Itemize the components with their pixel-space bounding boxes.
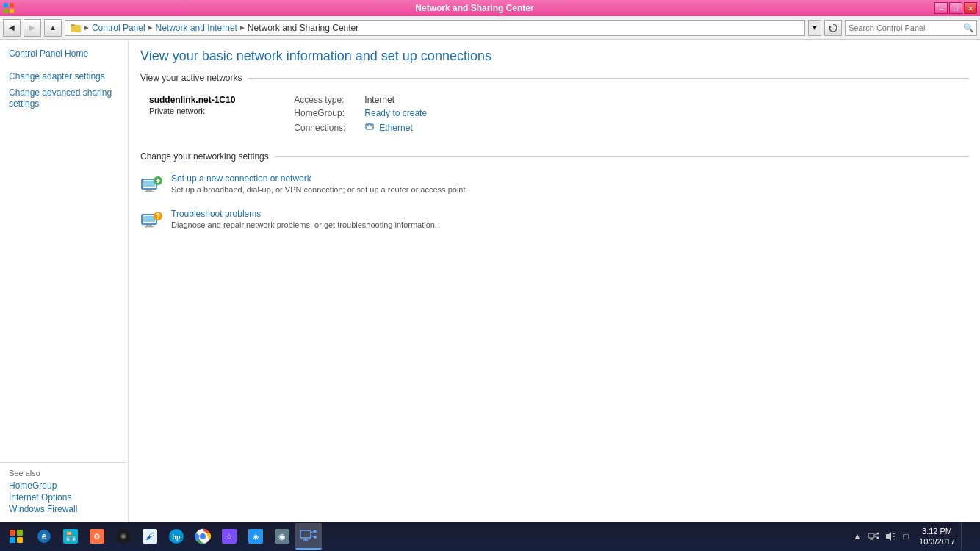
- troubleshoot-icon: ?: [140, 209, 164, 232]
- taskbar-network-center[interactable]: [295, 523, 322, 550]
- tray-action-center[interactable]: □: [898, 522, 913, 550]
- breadcrumb-sep-1: ►: [83, 24, 90, 32]
- address-bar: ◀ ▶ ▲ ► Control Panel ► Network and Inte…: [0, 16, 980, 40]
- homegroup-label: HomeGroup:: [294, 108, 360, 118]
- svg-point-51: [314, 536, 317, 539]
- svg-rect-7: [366, 124, 373, 129]
- taskbar-paint[interactable]: 🖌: [137, 523, 163, 550]
- breadcrumb-sep-2: ►: [147, 24, 154, 32]
- svg-point-32: [122, 535, 125, 538]
- svg-rect-52: [868, 533, 874, 538]
- svg-text:🖌: 🖌: [145, 531, 154, 541]
- start-button[interactable]: [1, 522, 31, 550]
- minimize-button[interactable]: –: [934, 2, 948, 14]
- svg-rect-13: [146, 190, 152, 191]
- breadcrumb-network-internet[interactable]: Network and Internet: [156, 23, 237, 33]
- svg-line-62: [893, 539, 895, 539]
- show-desktop[interactable]: [961, 522, 976, 550]
- troubleshoot-link[interactable]: Troubleshoot problems: [171, 209, 437, 219]
- close-button[interactable]: ✕: [964, 2, 977, 14]
- taskbar-app3[interactable]: ⚙: [84, 523, 110, 550]
- ethernet-link[interactable]: Ethernet: [379, 123, 412, 133]
- svg-line-60: [893, 533, 895, 534]
- taskbar-ie[interactable]: e: [31, 523, 57, 550]
- back-button[interactable]: ◀: [3, 19, 21, 37]
- forward-button[interactable]: ▶: [24, 19, 41, 37]
- search-button[interactable]: 🔍: [960, 20, 976, 36]
- see-also-section: See also HomeGroup Internet Options Wind…: [0, 462, 129, 522]
- svg-rect-2: [4, 9, 8, 13]
- svg-rect-1: [10, 3, 14, 7]
- active-networks-header: View your active networks: [140, 73, 968, 83]
- svg-rect-3: [10, 9, 14, 13]
- sidebar-divider: [0, 62, 128, 68]
- search-input[interactable]: [846, 24, 960, 32]
- taskbar: e 🏪 ⚙ 🖌 hp: [0, 522, 980, 551]
- windows-firewall-link[interactable]: Windows Firewall: [9, 504, 120, 514]
- breadcrumb-dropdown[interactable]: ▼: [808, 20, 821, 36]
- svg-marker-59: [886, 532, 891, 541]
- taskbar-hp[interactable]: hp: [163, 523, 190, 550]
- connections-row: Connections: Ethernet: [294, 121, 427, 134]
- see-also-title: See also: [9, 469, 120, 478]
- sidebar-item-change-advanced-sharing[interactable]: Change advanced sharing settings: [0, 85, 128, 113]
- internet-options-link[interactable]: Internet Options: [9, 492, 120, 503]
- task-setup-connection: Set up a new connection or network Set u…: [140, 168, 968, 203]
- sidebar-item-control-panel-home[interactable]: Control Panel Home: [0, 46, 128, 62]
- taskbar-store[interactable]: 🏪: [57, 523, 84, 550]
- refresh-button[interactable]: [824, 20, 842, 36]
- svg-rect-19: [143, 216, 155, 222]
- change-settings-section: Change your networking settings: [140, 151, 968, 238]
- sidebar-item-change-adapter[interactable]: Change adapter settings: [0, 68, 128, 85]
- breadcrumb-sep-3: ►: [239, 24, 246, 32]
- taskbar-chrome[interactable]: [190, 523, 216, 550]
- homegroup-value-link[interactable]: Ready to create: [364, 108, 427, 118]
- title-bar: Network and Sharing Center – □ ✕: [0, 0, 980, 16]
- search-box[interactable]: 🔍: [845, 20, 977, 36]
- setup-connection-link[interactable]: Set up a new connection or network: [171, 173, 468, 184]
- taskbar-app9[interactable]: ◈: [242, 523, 269, 550]
- network-details: Access type: Internet HomeGroup: Ready t…: [294, 95, 427, 134]
- clock-time: 3:12 PM: [919, 526, 955, 536]
- taskbar-app10[interactable]: ◉: [269, 523, 295, 550]
- tray-network-icon[interactable]: [866, 522, 881, 550]
- svg-rect-5: [71, 24, 75, 26]
- svg-text:⚙: ⚙: [93, 532, 101, 541]
- tray-volume-icon[interactable]: [882, 522, 897, 550]
- clock-date: 10/3/2017: [919, 536, 955, 547]
- setup-connection-icon: [140, 173, 164, 197]
- access-type-label: Access type:: [294, 95, 360, 105]
- svg-marker-6: [829, 26, 832, 29]
- network-type: Private network: [149, 107, 235, 115]
- change-settings-header: Change your networking settings: [140, 151, 968, 162]
- refresh-icon: [828, 23, 838, 33]
- troubleshoot-desc: Diagnose and repair network problems, or…: [171, 220, 437, 229]
- taskbar-app8[interactable]: ☆: [216, 523, 242, 550]
- breadcrumb-control-panel[interactable]: Control Panel: [92, 23, 145, 33]
- taskbar-media[interactable]: [110, 523, 137, 550]
- up-button[interactable]: ▲: [44, 19, 62, 37]
- network-name: suddenlink.net-1C10: [149, 95, 235, 105]
- access-type-value: Internet: [364, 95, 394, 105]
- svg-text:hp: hp: [173, 533, 181, 541]
- system-tray: ▲ □ 3:12 PM 10/3/2017: [847, 522, 979, 550]
- troubleshoot-text: Troubleshoot problems Diagnose and repai…: [171, 209, 437, 229]
- svg-text:☆: ☆: [226, 532, 233, 541]
- svg-text:◈: ◈: [253, 532, 259, 541]
- breadcrumb-current: Network and Sharing Center: [248, 23, 359, 33]
- maximize-button[interactable]: □: [949, 2, 962, 14]
- svg-text:🏪: 🏪: [65, 530, 76, 541]
- setup-connection-text: Set up a new connection or network Set u…: [171, 173, 468, 194]
- active-networks-label: View your active networks: [140, 73, 242, 83]
- tray-show-hidden[interactable]: ▲: [850, 522, 865, 550]
- main-container: Control Panel Home Change adapter settin…: [0, 40, 980, 522]
- svg-point-38: [200, 533, 206, 539]
- homegroup-link[interactable]: HomeGroup: [9, 480, 120, 491]
- content-area: View your basic network information and …: [129, 40, 980, 522]
- task-troubleshoot: ? Troubleshoot problems Diagnose and rep…: [140, 203, 968, 238]
- sidebar: Control Panel Home Change adapter settin…: [0, 40, 129, 522]
- svg-text:e: e: [42, 531, 47, 541]
- svg-rect-45: [300, 530, 311, 538]
- system-clock[interactable]: 3:12 PM 10/3/2017: [915, 526, 959, 547]
- ie-icon: e: [35, 527, 53, 545]
